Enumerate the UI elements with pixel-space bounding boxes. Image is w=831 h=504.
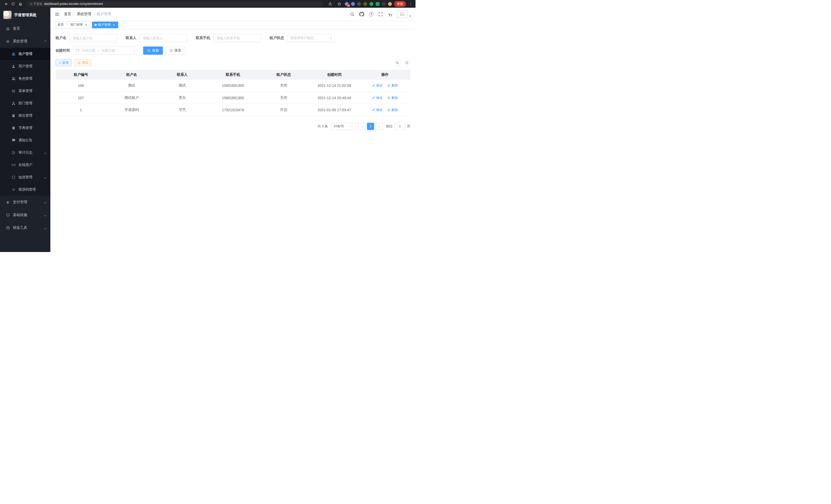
breadcrumb: 首页 / 系统管理 / 租户管理 — [64, 12, 111, 17]
sidebar-item-label: 用户管理 — [19, 64, 32, 68]
tab-tenant[interactable]: 租户管理 × — [92, 22, 118, 28]
monitor-icon — [6, 213, 10, 217]
chevron-down-icon — [44, 176, 47, 179]
pencil-icon — [372, 109, 375, 112]
page-number-button[interactable]: 1 — [367, 123, 374, 130]
avatar[interactable] — [397, 10, 407, 18]
extension-icon[interactable] — [376, 2, 379, 6]
browser-home-button[interactable] — [17, 1, 24, 7]
share-icon[interactable] — [327, 1, 334, 7]
refresh-table-button[interactable] — [403, 59, 410, 66]
table-row: 1 芋道源码 芋艿 17321315478 开启 2021-01-05 17:0… — [56, 104, 410, 116]
active-dot — [94, 24, 96, 26]
add-button[interactable]: + 新增 — [56, 59, 72, 66]
export-button[interactable]: 导出 — [74, 59, 91, 66]
avatar-caret-icon[interactable]: ▾ — [409, 14, 411, 18]
close-icon[interactable]: × — [112, 23, 116, 27]
sidebar-item-online-users[interactable]: 在线用户 — [0, 159, 50, 171]
sidebar-item-system[interactable]: 系统管理 — [0, 35, 50, 48]
delete-link[interactable]: 删除 — [387, 108, 398, 112]
page-size-select[interactable]: 10条/页 — [331, 123, 355, 130]
column-header: 租户状态 — [258, 70, 309, 80]
tab-dept[interactable]: 部门管理 × — [68, 22, 90, 28]
list-icon — [11, 89, 16, 93]
sidebar-item-role[interactable]: 角色管理 — [0, 72, 50, 85]
sidebar-item-sms[interactable]: 短信管理 — [0, 171, 50, 183]
toggle-search-button[interactable] — [394, 59, 401, 66]
sidebar-item-audit-log[interactable]: 审计日志 — [0, 146, 50, 159]
phone-input[interactable] — [213, 34, 261, 42]
trash-icon — [387, 109, 390, 112]
delete-link[interactable]: 删除 — [387, 95, 398, 100]
cell-phone: 15601691300 — [208, 80, 258, 92]
help-icon[interactable]: ? — [369, 11, 374, 17]
bookmark-star-icon[interactable] — [336, 1, 343, 7]
sidebar-item-dept[interactable]: 部门管理 — [0, 97, 50, 110]
column-header: 租户编号 — [56, 70, 106, 80]
fullscreen-icon[interactable] — [378, 11, 384, 17]
tenant-table: 租户编号 租户名 联系人 联系手机 租户状态 创建时间 操作 108 测试 测试 — [56, 70, 410, 116]
browser-back-button[interactable] — [3, 1, 9, 7]
page-content: 租户名 联系人 联系手机 租户状态 请选择租户状态 — [50, 29, 416, 252]
browser-address-bar[interactable]: ⚠ 不安全 dashboard.yudao.iocoder.cn/system/… — [27, 1, 324, 7]
status-select[interactable]: 请选择租户状态 — [287, 34, 335, 42]
contact-input[interactable] — [140, 34, 187, 42]
sidebar-item-devtools[interactable]: 研发工具 — [0, 221, 50, 234]
extension-icon[interactable] — [363, 2, 367, 6]
sidebar-item-user[interactable]: 用户管理 — [0, 60, 50, 72]
delete-link[interactable]: 删除 — [387, 83, 398, 88]
table-row: 107 测试租户 秃头 15601691300 关闭 2021-12-14 20… — [56, 92, 410, 104]
column-header: 创建时间 — [309, 70, 360, 80]
extension-icon[interactable] — [370, 2, 373, 6]
cell-tenant-id: 1 — [56, 104, 106, 116]
sidebar-item-home[interactable]: 首页 — [0, 22, 50, 35]
edit-link[interactable]: 修改 — [372, 108, 382, 112]
breadcrumb-home[interactable]: 首页 — [64, 12, 71, 17]
edit-link[interactable]: 修改 — [372, 95, 382, 100]
chevron-down-icon — [44, 227, 47, 229]
extension-icon[interactable] — [388, 2, 392, 6]
sidebar-item-error-code[interactable]: 错误码管理 — [0, 183, 50, 196]
badge-icon — [11, 114, 16, 117]
extension-icon[interactable] — [357, 2, 361, 6]
edit-link[interactable]: 修改 — [372, 83, 382, 88]
sidebar-toggle-icon[interactable] — [55, 12, 59, 17]
sidebar-item-post[interactable]: 岗位管理 — [0, 110, 50, 122]
sidebar-item-label: 角色管理 — [19, 76, 32, 81]
date-range-picker[interactable]: 开始日期 - 结束日期 — [73, 47, 135, 55]
security-warning-chip[interactable]: ⚠ 不安全 — [30, 2, 42, 6]
extension-icon[interactable] — [351, 2, 355, 6]
github-icon[interactable] — [359, 11, 365, 17]
sidebar-item-notice[interactable]: 通知公告 — [0, 134, 50, 146]
next-page-button[interactable]: › — [376, 123, 383, 130]
sidebar-item-menu[interactable]: 菜单管理 — [0, 85, 50, 97]
sidebar-item-payment[interactable]: ¥ 支付管理 — [0, 196, 50, 209]
users-icon — [11, 52, 16, 56]
sidebar-item-tenant[interactable]: 租户管理 — [0, 48, 50, 60]
search-button[interactable]: 搜索 — [143, 47, 163, 55]
browser-menu-icon[interactable]: ⋮ — [408, 2, 413, 6]
extension-icon[interactable] — [382, 2, 386, 6]
tab-home[interactable]: 首页 — [55, 22, 66, 28]
browser-update-button[interactable]: 更新 — [394, 1, 406, 7]
users-icon — [11, 77, 16, 80]
close-icon[interactable]: × — [84, 23, 88, 27]
breadcrumb-current: 租户管理 — [97, 12, 111, 17]
chat-bubble-icon — [11, 139, 16, 142]
goto-page-input[interactable] — [395, 123, 405, 130]
user-icon — [11, 65, 16, 68]
extension-icon[interactable]: 10 — [345, 2, 349, 6]
sidebar-item-infra[interactable]: 基础设施 — [0, 209, 50, 221]
tenant-name-input[interactable] — [69, 34, 117, 42]
prev-page-button[interactable]: ‹ — [358, 123, 365, 130]
sidebar-item-label: 研发工具 — [13, 226, 27, 230]
logo-image — [3, 11, 11, 19]
sidebar-item-dict[interactable]: 字典管理 — [0, 122, 50, 134]
reset-button[interactable]: 重置 — [166, 47, 185, 55]
book-icon — [11, 126, 16, 130]
browser-reload-button[interactable] — [10, 1, 17, 7]
breadcrumb-system[interactable]: 系统管理 — [77, 12, 91, 17]
font-size-icon[interactable]: TT — [388, 11, 393, 17]
header-search-icon[interactable] — [349, 11, 355, 17]
date-end-placeholder: 结束日期 — [102, 48, 115, 53]
